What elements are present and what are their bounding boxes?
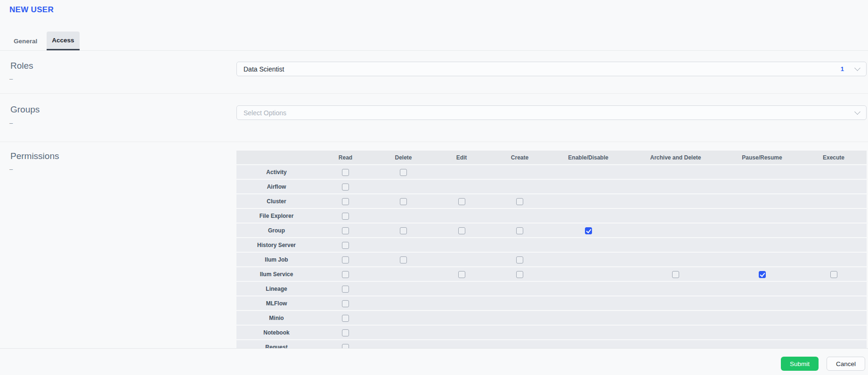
permission-cell: [628, 311, 723, 325]
permission-cell: [628, 296, 723, 311]
row-label: Ilum Job: [236, 252, 316, 267]
permission-cell: [432, 238, 491, 252]
checkbox-cluster-create[interactable]: [516, 198, 523, 205]
permission-cell: [549, 296, 628, 311]
submit-button[interactable]: Submit: [781, 357, 819, 371]
tab-general[interactable]: General: [13, 32, 38, 50]
checkbox-ilum-service-create[interactable]: [516, 271, 523, 278]
permission-cell: [801, 223, 867, 238]
table-row: Minio: [236, 311, 867, 325]
checkbox-cluster-edit[interactable]: [458, 198, 465, 205]
checkbox-file-explorer-read[interactable]: [342, 213, 349, 220]
permission-cell: [549, 179, 628, 194]
permission-cell: [491, 325, 549, 340]
checkbox-ilum-service-pause-resume[interactable]: [759, 271, 766, 278]
permission-cell: [491, 194, 549, 208]
row-label: Lineage: [236, 281, 316, 296]
table-row: File Explorer: [236, 208, 867, 223]
row-label: Notebook: [236, 325, 316, 340]
permission-cell: [628, 165, 723, 179]
tab-access[interactable]: Access: [47, 32, 79, 50]
permission-cell: [491, 238, 549, 252]
permission-cell: [549, 165, 628, 179]
checkbox-ilum-service-edit[interactable]: [458, 271, 465, 278]
checkbox-group-enable-disable[interactable]: [585, 227, 592, 234]
column-header-create: Create: [491, 151, 549, 165]
permission-cell: [374, 223, 432, 238]
table-row: Group: [236, 223, 867, 238]
permission-cell: [723, 281, 801, 296]
permission-cell: [374, 267, 432, 281]
tab-general-label: General: [14, 38, 37, 45]
permission-cell: [432, 194, 491, 208]
permission-cell: [316, 179, 374, 194]
permission-cell: [491, 223, 549, 238]
permission-cell: [374, 311, 432, 325]
permission-cell: [723, 165, 801, 179]
permissions-heading: Permissions: [10, 151, 59, 161]
permission-cell: [549, 267, 628, 281]
permission-cell: [432, 223, 491, 238]
permissions-section: Permissions – ReadDeleteEditCreateEnable…: [0, 142, 868, 348]
permissions-table-body: ActivityAirflowClusterFile ExplorerGroup…: [236, 165, 867, 348]
permissions-table-wrap: ReadDeleteEditCreateEnable/DisableArchiv…: [236, 151, 867, 348]
row-label: Group: [236, 223, 316, 238]
checkbox-ilum-service-archive-and-delete[interactable]: [672, 271, 679, 278]
permission-cell: [628, 208, 723, 223]
permission-cell: [491, 311, 549, 325]
checkbox-ilum-service-execute[interactable]: [830, 271, 837, 278]
checkbox-group-create[interactable]: [516, 227, 523, 234]
checkbox-cluster-delete[interactable]: [400, 198, 407, 205]
checkbox-ilum-job-read[interactable]: [342, 256, 349, 263]
checkbox-ilum-job-delete[interactable]: [400, 256, 407, 263]
permission-cell: [628, 194, 723, 208]
permission-cell: [432, 296, 491, 311]
permission-cell: [801, 267, 867, 281]
groups-placeholder: Select Options: [243, 109, 844, 117]
tab-bar: General Access: [0, 32, 868, 51]
checkbox-request-read[interactable]: [342, 344, 349, 348]
row-label: Airflow: [236, 179, 316, 194]
checkbox-ilum-job-create[interactable]: [516, 256, 523, 263]
row-label: Activity: [236, 165, 316, 179]
permission-cell: [316, 267, 374, 281]
table-row: History Server: [236, 238, 867, 252]
permission-cell: [549, 281, 628, 296]
checkbox-activity-read[interactable]: [342, 169, 349, 176]
permission-cell: [723, 311, 801, 325]
permission-cell: [801, 208, 867, 223]
checkbox-ilum-service-read[interactable]: [342, 271, 349, 278]
column-header-delete: Delete: [374, 151, 432, 165]
roles-select[interactable]: Data Scientist 1: [236, 62, 867, 76]
checkbox-minio-read[interactable]: [342, 315, 349, 322]
checkbox-group-edit[interactable]: [458, 227, 465, 234]
column-header-archive-and-delete: Archive and Delete: [628, 151, 723, 165]
permission-cell: [432, 179, 491, 194]
footer-bar: Submit Cancel: [0, 348, 868, 375]
permission-cell: [723, 252, 801, 267]
permission-cell: [723, 179, 801, 194]
checkbox-group-delete[interactable]: [400, 227, 407, 234]
groups-subtext: –: [9, 120, 13, 127]
checkbox-history-server-read[interactable]: [342, 242, 349, 249]
checkbox-group-read[interactable]: [342, 227, 349, 234]
checkbox-airflow-read[interactable]: [342, 184, 349, 191]
permission-cell: [801, 179, 867, 194]
permission-cell: [432, 252, 491, 267]
checkbox-cluster-read[interactable]: [342, 198, 349, 205]
checkbox-activity-delete[interactable]: [400, 169, 407, 176]
groups-select[interactable]: Select Options: [236, 105, 867, 120]
permissions-table-head: ReadDeleteEditCreateEnable/DisableArchiv…: [236, 151, 867, 165]
checkbox-lineage-read[interactable]: [342, 286, 349, 293]
permission-cell: [549, 311, 628, 325]
permission-cell: [801, 296, 867, 311]
permission-cell: [801, 165, 867, 179]
permission-cell: [549, 340, 628, 348]
permission-cell: [491, 179, 549, 194]
permission-cell: [432, 311, 491, 325]
checkbox-notebook-read[interactable]: [342, 329, 349, 336]
permission-cell: [432, 340, 491, 348]
cancel-button[interactable]: Cancel: [827, 357, 865, 371]
checkbox-mlflow-read[interactable]: [342, 300, 349, 307]
permission-cell: [491, 281, 549, 296]
